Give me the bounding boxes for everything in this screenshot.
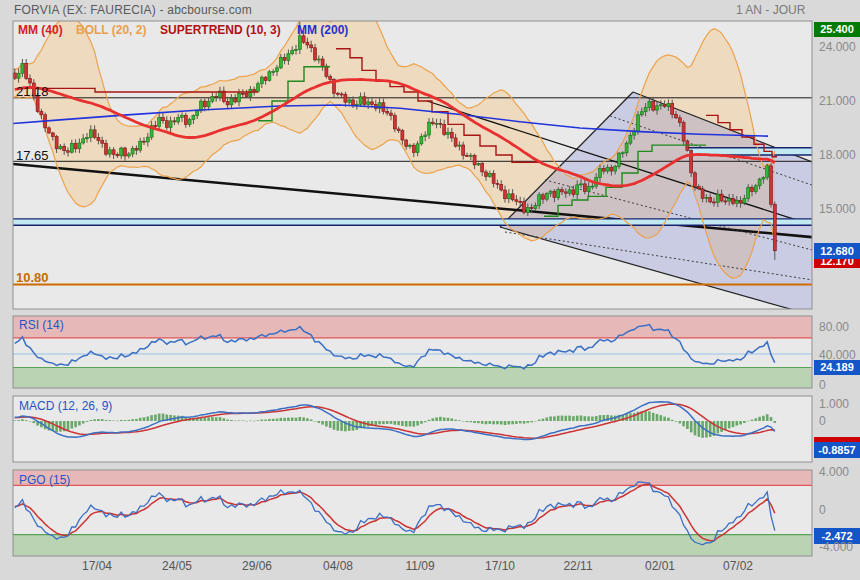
price-scale-label: 0 bbox=[819, 503, 826, 517]
macd-value-badge: -0.8857 bbox=[814, 442, 860, 458]
level-label-17-65: 17.65 bbox=[16, 148, 49, 163]
abcbourse-chart-screen: FORVIA (EX: FAURECIA) - abcbourse.com 1 … bbox=[0, 0, 860, 580]
macd-panel-title: MACD (12, 26, 9) bbox=[19, 399, 112, 413]
price-scale-label: 80.00 bbox=[819, 320, 849, 334]
x-axis-label: 04/08 bbox=[323, 559, 353, 573]
price-scale-label: 18.000 bbox=[819, 148, 856, 162]
price-scale-label: 21.000 bbox=[819, 94, 856, 108]
x-axis-label: 24/05 bbox=[162, 559, 192, 573]
legend-mm40[interactable]: MM (40) bbox=[18, 23, 63, 37]
last-price-badge: 12.680 bbox=[814, 243, 860, 259]
rsi-panel-title: RSI (14) bbox=[19, 318, 64, 332]
legend-supertrend[interactable]: SUPERTREND (10, 3) bbox=[160, 23, 281, 37]
legend-boll[interactable]: BOLL (20, 2) bbox=[76, 23, 146, 37]
x-axis-label: 11/09 bbox=[405, 559, 434, 573]
period-high-badge: 25.400 bbox=[814, 22, 860, 37]
price-scale-label: -4.000 bbox=[819, 540, 853, 554]
x-axis-label: 22/11 bbox=[563, 559, 592, 573]
x-axis-label: 17/04 bbox=[82, 559, 112, 573]
x-axis-label: 02/01 bbox=[645, 559, 675, 573]
price-scale-label: 40.000 bbox=[819, 348, 856, 362]
price-scale-label: 0 bbox=[819, 378, 826, 392]
chart-canvas[interactable] bbox=[0, 0, 860, 580]
x-axis-label: 07/02 bbox=[723, 559, 753, 573]
pgo-panel-title: PGO (15) bbox=[19, 473, 70, 487]
price-scale-label: 0 bbox=[819, 414, 826, 428]
level-label-10-80: 10.80 bbox=[16, 270, 49, 285]
period-selector[interactable]: 1 AN - JOUR bbox=[736, 3, 805, 17]
price-scale-label: 15.000 bbox=[819, 202, 856, 216]
legend-mm200[interactable]: MM (200) bbox=[297, 23, 348, 37]
price-scale-label: 1.000 bbox=[819, 397, 849, 411]
level-label-21-18: 21.18 bbox=[16, 84, 49, 99]
x-axis-label: 29/06 bbox=[242, 559, 272, 573]
price-scale-label: 4.000 bbox=[819, 465, 849, 479]
x-axis-label: 17/10 bbox=[485, 559, 515, 573]
rsi-value-badge: 24.189 bbox=[814, 360, 860, 375]
price-scale-label: 24.000 bbox=[819, 40, 856, 54]
chart-title: FORVIA (EX: FAURECIA) - abcbourse.com bbox=[14, 3, 252, 17]
